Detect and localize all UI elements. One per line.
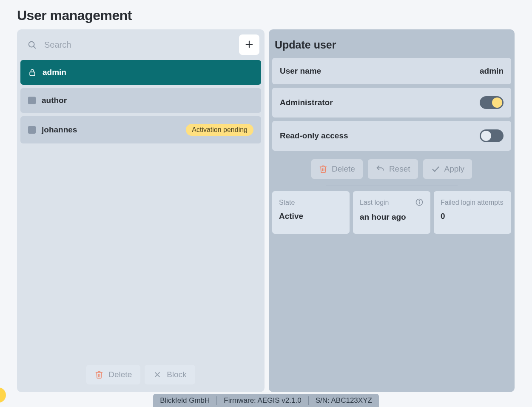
user-item-author[interactable]: author	[20, 88, 261, 113]
failed-login-value: 0	[441, 212, 504, 221]
info-icon[interactable]	[415, 198, 424, 208]
plus-icon	[245, 40, 254, 50]
block-button-label: Block	[167, 370, 186, 379]
info-cards: State Active Last login an hour ago	[272, 191, 511, 234]
add-user-button[interactable]	[239, 34, 259, 55]
editor-apply-button[interactable]: Apply	[423, 159, 472, 179]
user-name-label: admin	[43, 68, 253, 77]
failed-login-label: Failed login attempts	[441, 198, 504, 207]
last-login-value: an hour ago	[360, 212, 424, 222]
delete-user-button[interactable]: Delete	[86, 365, 140, 384]
search-input[interactable]	[43, 40, 230, 50]
readonly-toggle[interactable]	[480, 129, 504, 142]
readonly-label: Read-only access	[280, 131, 348, 140]
user-list-panel: admin author johannes Activation pending	[17, 29, 265, 392]
search-box[interactable]	[24, 37, 234, 53]
page-title: User management	[17, 8, 515, 23]
status-serial: S/N: ABC123XYZ	[309, 396, 379, 405]
administrator-toggle[interactable]	[480, 96, 504, 109]
editor-actions: Delete Reset Apply	[272, 154, 511, 181]
username-row: User name admin	[272, 58, 511, 84]
user-item-johannes[interactable]: johannes Activation pending	[20, 116, 261, 143]
status-firmware: Firmware: AEGIS v2.1.0	[217, 396, 308, 405]
username-label: User name	[280, 66, 321, 76]
delete-button-label: Delete	[108, 370, 132, 379]
editor-reset-label: Reset	[389, 164, 410, 174]
square-icon	[28, 97, 36, 104]
trash-icon	[95, 370, 103, 379]
lock-icon	[28, 68, 37, 77]
user-list-actions: Delete Block	[20, 361, 261, 389]
editor-apply-label: Apply	[444, 164, 465, 174]
editor-delete-button[interactable]: Delete	[311, 159, 363, 179]
update-user-panel: Update user User name admin Administrato…	[269, 29, 515, 392]
last-login-card: Last login an hour ago	[353, 191, 430, 234]
svg-rect-4	[30, 72, 35, 75]
update-user-title: Update user	[275, 39, 509, 51]
user-item-admin[interactable]: admin	[20, 60, 261, 85]
status-bar: Blickfeld GmbH Firmware: AEGIS v2.1.0 S/…	[0, 394, 532, 407]
state-label: State	[279, 198, 295, 207]
user-list: admin author johannes Activation pending	[20, 60, 261, 361]
divider	[326, 186, 457, 186]
user-name-label: johannes	[42, 125, 180, 135]
state-value: Active	[279, 212, 343, 221]
svg-line-1	[34, 46, 35, 48]
status-company: Blickfeld GmbH	[153, 396, 217, 405]
block-user-button[interactable]: Block	[145, 365, 195, 384]
username-value: admin	[480, 66, 504, 76]
activation-pending-badge: Activation pending	[186, 124, 253, 136]
check-icon	[431, 164, 440, 174]
svg-point-9	[419, 201, 419, 201]
editor-delete-label: Delete	[332, 164, 355, 174]
trash-icon	[319, 165, 327, 173]
search-icon	[27, 40, 37, 49]
administrator-label: Administrator	[280, 98, 333, 107]
undo-icon	[376, 164, 385, 174]
administrator-row: Administrator	[272, 88, 511, 118]
square-icon	[28, 126, 36, 134]
editor-reset-button[interactable]: Reset	[368, 159, 418, 179]
readonly-row: Read-only access	[272, 121, 511, 151]
failed-login-card: Failed login attempts 0	[434, 191, 511, 234]
user-name-label: author	[42, 96, 253, 105]
close-icon	[153, 370, 162, 379]
last-login-label: Last login	[360, 198, 389, 207]
state-card: State Active	[272, 191, 350, 234]
